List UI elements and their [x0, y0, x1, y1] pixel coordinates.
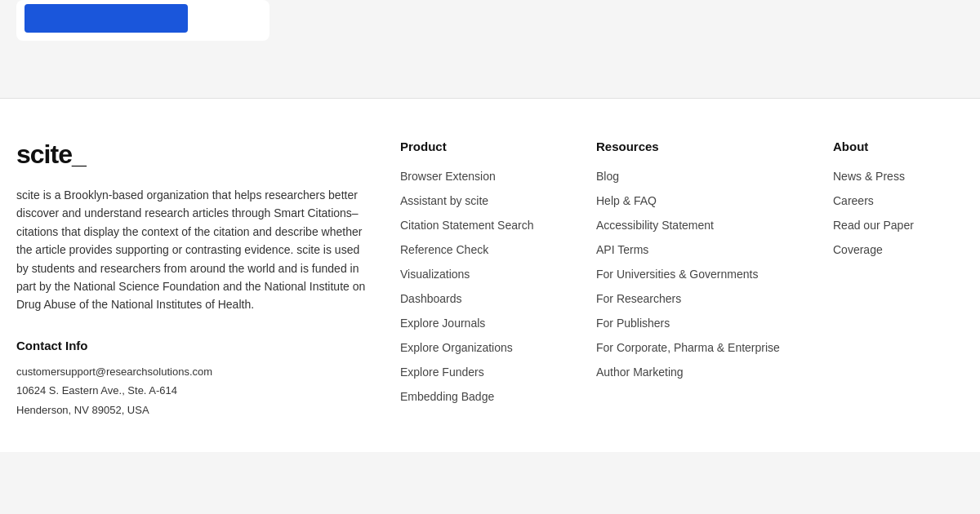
link-corporate[interactable]: For Corporate, Pharma & Enterprise: [596, 341, 800, 354]
footer-column-about: About News & Press Careers Read our Pape…: [833, 140, 964, 419]
link-coverage[interactable]: Coverage: [833, 243, 964, 256]
link-news-press[interactable]: News & Press: [833, 170, 964, 183]
footer-column-product: Product Browser Extension Assistant by s…: [400, 140, 564, 419]
link-embedding-badge[interactable]: Embedding Badge: [400, 390, 564, 403]
link-blog[interactable]: Blog: [596, 170, 800, 183]
link-citation-search[interactable]: Citation Statement Search: [400, 219, 564, 232]
link-universities[interactable]: For Universities & Governments: [596, 268, 800, 281]
link-dashboards[interactable]: Dashboards: [400, 292, 564, 305]
link-api-terms[interactable]: API Terms: [596, 243, 800, 256]
site-description: scite is a Brooklyn-based organization t…: [16, 186, 368, 314]
link-author-marketing[interactable]: Author Marketing: [596, 366, 800, 379]
link-explore-organizations[interactable]: Explore Organizations: [400, 341, 564, 354]
link-browser-extension[interactable]: Browser Extension: [400, 170, 564, 183]
link-help-faq[interactable]: Help & FAQ: [596, 194, 800, 207]
contact-info: customersupport@researchsolutions.com 10…: [16, 362, 368, 419]
link-visualizations[interactable]: Visualizations: [400, 268, 564, 281]
top-section: [0, 0, 980, 98]
site-logo: scite_: [16, 140, 368, 170]
link-explore-journals[interactable]: Explore Journals: [400, 317, 564, 330]
link-researchers[interactable]: For Researchers: [596, 292, 800, 305]
footer-column-resources: Resources Blog Help & FAQ Accessibility …: [596, 140, 800, 419]
link-careers[interactable]: Careers: [833, 194, 964, 207]
contact-title: Contact Info: [16, 339, 368, 352]
footer-grid: scite_ scite is a Brooklyn-based organiz…: [16, 140, 964, 419]
link-read-paper[interactable]: Read our Paper: [833, 219, 964, 232]
cta-button[interactable]: [24, 4, 188, 33]
contact-address1: 10624 S. Eastern Ave., Ste. A-614: [16, 384, 177, 397]
resources-col-title: Resources: [596, 140, 800, 153]
card-snippet: [16, 0, 270, 41]
link-explore-funders[interactable]: Explore Funders: [400, 366, 564, 379]
link-assistant[interactable]: Assistant by scite: [400, 194, 564, 207]
link-reference-check[interactable]: Reference Check: [400, 243, 564, 256]
about-col-title: About: [833, 140, 964, 153]
link-accessibility[interactable]: Accessibility Statement: [596, 219, 800, 232]
contact-email: customersupport@researchsolutions.com: [16, 366, 212, 378]
link-publishers[interactable]: For Publishers: [596, 317, 800, 330]
logo-section: scite_ scite is a Brooklyn-based organiz…: [16, 140, 368, 419]
product-col-title: Product: [400, 140, 564, 153]
contact-address2: Henderson, NV 89052, USA: [16, 404, 149, 416]
footer: scite_ scite is a Brooklyn-based organiz…: [0, 99, 980, 452]
contact-section: Contact Info customersupport@researchsol…: [16, 339, 368, 419]
